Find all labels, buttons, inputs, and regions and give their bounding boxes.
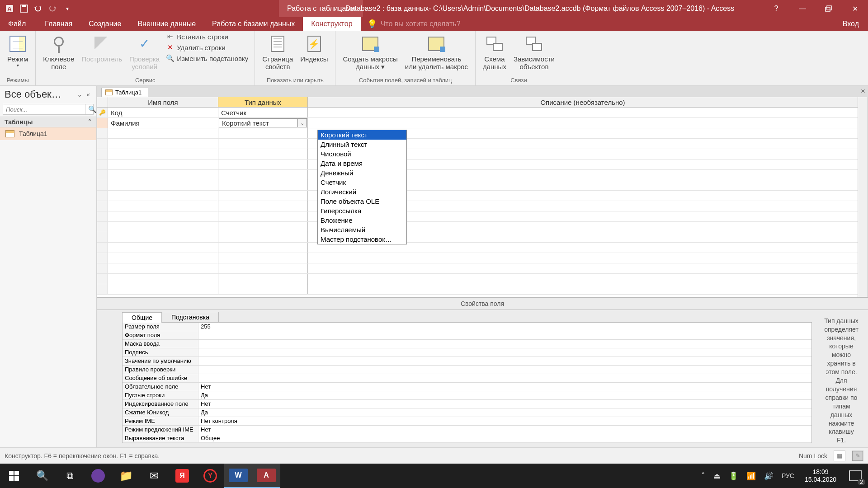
property-row[interactable]: Выравнивание текстаОбщее	[123, 434, 811, 443]
property-row[interactable]: Пустые строкиДа	[123, 391, 811, 400]
datatype-option[interactable]: Числовой	[318, 149, 406, 159]
search-button[interactable]: 🔍	[28, 464, 56, 488]
tab-design[interactable]: Конструктор	[303, 17, 360, 31]
vertical-scrollbar[interactable]	[858, 97, 868, 297]
taskbar-app-yandex-disk[interactable]	[84, 464, 112, 488]
grid-row[interactable]	[97, 284, 858, 295]
rename-macro-button[interactable]: Переименовать или удалить макрос	[401, 33, 472, 72]
save-icon[interactable]	[17, 2, 31, 15]
datatype-option[interactable]: Вычисляемый	[318, 225, 406, 235]
customize-qa-icon[interactable]: ▾	[61, 2, 74, 15]
property-row[interactable]: Значение по умолчанию	[123, 357, 811, 366]
datatype-option[interactable]: Логический	[318, 187, 406, 197]
minimize-icon[interactable]: —	[789, 0, 816, 17]
grid-row[interactable]	[97, 211, 858, 222]
design-view-button[interactable]: ✎	[852, 450, 863, 461]
taskbar-app-mail[interactable]: ✉	[140, 464, 168, 488]
indexes-button[interactable]: Индексы	[297, 33, 331, 64]
grid-row[interactable]	[97, 201, 858, 211]
datatype-option[interactable]: Поле объекта OLE	[318, 197, 406, 206]
tray-volume-icon[interactable]: 🔊	[760, 471, 778, 481]
datatype-option[interactable]: Короткий текст	[318, 130, 406, 140]
view-button[interactable]: Режим▾	[4, 33, 32, 69]
nav-item-table1[interactable]: Таблица1	[0, 127, 96, 140]
create-macros-button[interactable]: Создать макросы данных ▾	[339, 33, 401, 72]
datatype-combo[interactable]: Короткий текст⌄	[219, 118, 307, 127]
tray-usb-icon[interactable]: ⏏	[709, 471, 725, 481]
property-row[interactable]: Маска ввода	[123, 340, 811, 348]
grid-row[interactable]	[97, 160, 858, 170]
tray-language[interactable]: РУС	[778, 472, 798, 479]
prop-tab-general[interactable]: Общие	[122, 312, 162, 323]
datatype-option[interactable]: Денежный	[318, 168, 406, 178]
grid-row[interactable]	[97, 128, 858, 139]
property-row[interactable]: Обязательное полеНет	[123, 383, 811, 391]
close-tab-icon[interactable]: ×	[861, 87, 865, 96]
taskbar-app-yandex[interactable]: Я	[168, 464, 196, 488]
access-app-icon[interactable]: A	[3, 2, 16, 15]
datatype-option[interactable]: Гиперссылка	[318, 206, 406, 216]
grid-row[interactable]	[97, 139, 858, 149]
navpane-collapse-icon[interactable]: «	[85, 91, 92, 98]
start-button[interactable]	[0, 464, 28, 488]
property-row[interactable]: Индексированное полеНет	[123, 400, 811, 408]
grid-row[interactable]	[97, 243, 858, 253]
property-row[interactable]: Подпись	[123, 348, 811, 357]
datasheet-view-button[interactable]: ▦	[834, 450, 845, 461]
tray-clock[interactable]: 18:0915.04.2020	[798, 468, 843, 483]
task-view-button[interactable]: ⧉	[56, 464, 84, 488]
navpane-title[interactable]: Все объек…	[5, 89, 75, 100]
grid-row[interactable]	[97, 253, 858, 263]
undo-icon[interactable]	[32, 2, 45, 15]
insert-rows-button[interactable]: ⇤Вставить строки	[166, 33, 248, 41]
redo-icon[interactable]	[46, 2, 60, 15]
chevron-down-icon[interactable]: ⌄	[297, 119, 307, 127]
datatype-option[interactable]: Вложение	[318, 216, 406, 225]
delete-rows-button[interactable]: ✕Удалить строки	[166, 43, 248, 52]
grid-row[interactable]	[97, 274, 858, 284]
property-row[interactable]: Режим предложений IMEНет	[123, 426, 811, 434]
grid-row[interactable]	[97, 263, 858, 274]
property-row[interactable]: Сжатие ЮникодДа	[123, 408, 811, 417]
grid-row[interactable]	[97, 149, 858, 160]
tab-database-tools[interactable]: Работа с базами данных	[204, 17, 303, 31]
tray-notifications[interactable]: 2	[843, 464, 868, 488]
sign-in-link[interactable]: Вход	[834, 17, 868, 31]
nav-group-tables[interactable]: Таблицы⌃	[0, 117, 96, 127]
datatype-option[interactable]: Мастер подстановок…	[318, 235, 406, 244]
close-icon[interactable]: ✕	[842, 0, 868, 17]
grid-row[interactable]	[97, 170, 858, 180]
datatype-option[interactable]: Длинный текст	[318, 140, 406, 149]
property-row[interactable]: Режим IMEНет контроля	[123, 417, 811, 426]
taskbar-app-explorer[interactable]: 📁	[112, 464, 140, 488]
tab-file[interactable]: Файл	[0, 17, 37, 31]
tab-external-data[interactable]: Внешние данные	[129, 17, 204, 31]
datatype-option[interactable]: Дата и время	[318, 159, 406, 168]
relationships-button[interactable]: Схема данных	[479, 33, 510, 72]
tab-create[interactable]: Создание	[80, 17, 129, 31]
navpane-dropdown-icon[interactable]: ⌄	[75, 90, 85, 99]
taskbar-app-word[interactable]: W	[224, 464, 252, 488]
property-row[interactable]: Правило проверки	[123, 366, 811, 374]
tell-me-search[interactable]: 💡Что вы хотите сделать?	[361, 17, 467, 31]
taskbar-app-yandex-browser[interactable]: Y	[196, 464, 224, 488]
dependencies-button[interactable]: Зависимости объектов	[510, 33, 558, 72]
search-input[interactable]	[3, 105, 85, 114]
prop-tab-lookup[interactable]: Подстановка	[162, 312, 219, 322]
primary-key-button[interactable]: Ключевое поле	[39, 33, 78, 72]
tray-battery-icon[interactable]: 🔋	[725, 471, 742, 481]
restore-icon[interactable]	[816, 0, 842, 17]
grid-row[interactable]: 🔑КодСчетчик	[97, 108, 858, 118]
tab-home[interactable]: Главная	[37, 17, 80, 31]
property-row[interactable]: Сообщение об ошибке	[123, 374, 811, 383]
document-tab-table1[interactable]: Таблица1	[101, 88, 148, 97]
taskbar-app-access[interactable]: A	[252, 464, 280, 488]
property-row[interactable]: Размер поля255	[123, 323, 811, 331]
property-sheet-button[interactable]: Страница свойств	[259, 33, 297, 72]
grid-row[interactable]: ФамилияКороткий текст⌄	[97, 118, 858, 128]
tray-overflow-icon[interactable]: ˄	[697, 471, 709, 481]
grid-row[interactable]	[97, 191, 858, 201]
grid-row[interactable]	[97, 180, 858, 191]
grid-row[interactable]	[97, 222, 858, 232]
grid-row[interactable]	[97, 232, 858, 243]
